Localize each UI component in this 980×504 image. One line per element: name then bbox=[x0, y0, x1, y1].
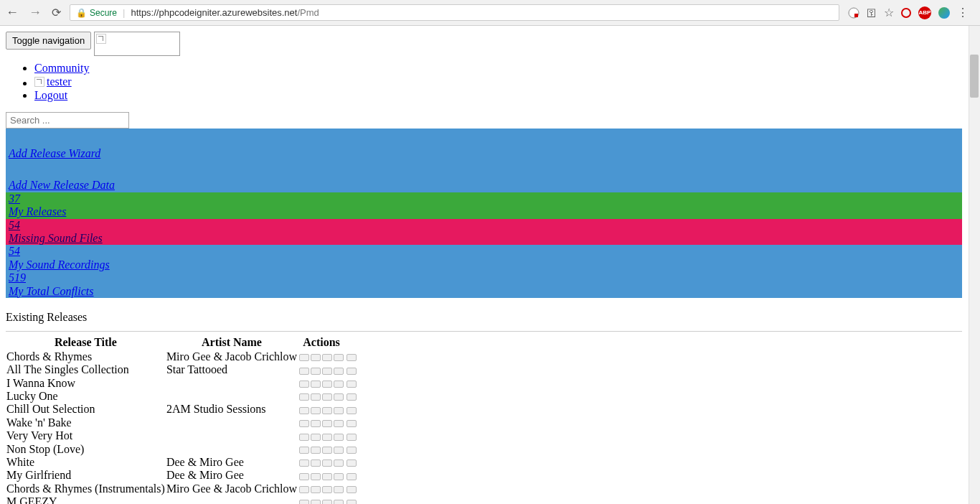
action-button-3[interactable] bbox=[334, 381, 344, 388]
browser-toolbar: ← → ⟳ 🔒 Secure | https://phpcodeigniter.… bbox=[0, 0, 980, 26]
cell-artist-name bbox=[166, 443, 298, 456]
action-button-0[interactable] bbox=[299, 368, 309, 375]
table-row: Lucky One bbox=[6, 390, 358, 403]
action-button-3[interactable] bbox=[334, 486, 344, 493]
globe-icon[interactable] bbox=[938, 7, 950, 19]
extension-icon-1[interactable] bbox=[848, 7, 859, 19]
back-button[interactable]: ← bbox=[6, 5, 19, 20]
action-button-extra[interactable] bbox=[347, 407, 357, 414]
action-button-extra[interactable] bbox=[347, 368, 357, 375]
action-button-3[interactable] bbox=[334, 447, 344, 454]
cell-artist-name bbox=[166, 429, 298, 442]
action-button-extra[interactable] bbox=[347, 434, 357, 441]
action-button-3[interactable] bbox=[334, 459, 344, 467]
action-button-1[interactable] bbox=[311, 393, 321, 401]
stat-label-link[interactable]: Missing Sound Files bbox=[9, 232, 959, 245]
action-button-0[interactable] bbox=[299, 447, 309, 454]
action-button-1[interactable] bbox=[311, 368, 321, 375]
forward-button[interactable]: → bbox=[29, 5, 42, 20]
action-button-2[interactable] bbox=[322, 368, 332, 375]
cell-artist-name: Star Tattooed bbox=[166, 363, 298, 376]
logout-link[interactable]: Logout bbox=[34, 89, 67, 101]
action-button-2[interactable] bbox=[322, 420, 332, 427]
action-button-0[interactable] bbox=[299, 486, 309, 493]
broken-image-icon bbox=[96, 34, 106, 44]
action-button-2[interactable] bbox=[322, 393, 332, 401]
stat-count-link[interactable]: 54 bbox=[9, 245, 959, 258]
community-link[interactable]: Community bbox=[34, 62, 89, 74]
action-button-2[interactable] bbox=[322, 447, 332, 454]
opera-icon[interactable] bbox=[901, 8, 911, 18]
stat-label-link[interactable]: My Total Conflicts bbox=[9, 285, 959, 298]
action-button-extra[interactable] bbox=[347, 420, 357, 427]
action-button-extra[interactable] bbox=[347, 354, 357, 361]
action-button-1[interactable] bbox=[311, 434, 321, 441]
action-button-2[interactable] bbox=[322, 407, 332, 414]
cell-release-title: White bbox=[6, 456, 166, 469]
action-button-1[interactable] bbox=[311, 381, 321, 388]
stat-label-link[interactable]: Add Release Wizard bbox=[9, 147, 959, 160]
action-button-3[interactable] bbox=[334, 407, 344, 414]
action-button-extra[interactable] bbox=[347, 486, 357, 493]
action-button-extra[interactable] bbox=[347, 459, 357, 467]
action-button-1[interactable] bbox=[311, 486, 321, 493]
menu-dots-icon[interactable]: ⋮ bbox=[957, 6, 969, 19]
action-button-extra[interactable] bbox=[347, 381, 357, 388]
col-artist-name: Artist Name bbox=[166, 336, 298, 350]
action-button-3[interactable] bbox=[334, 354, 344, 361]
action-button-0[interactable] bbox=[299, 473, 309, 480]
action-button-extra[interactable] bbox=[347, 500, 357, 504]
action-button-1[interactable] bbox=[311, 500, 321, 504]
action-button-0[interactable] bbox=[299, 381, 309, 388]
scrollbar-thumb[interactable] bbox=[970, 55, 979, 98]
key-icon[interactable]: ⚿ bbox=[867, 7, 877, 19]
toggle-navigation-button[interactable]: Toggle navigation bbox=[6, 32, 91, 50]
action-button-1[interactable] bbox=[311, 420, 321, 427]
reload-button[interactable]: ⟳ bbox=[52, 6, 61, 19]
stat-label-link[interactable]: Add New Release Data bbox=[9, 179, 959, 192]
action-button-2[interactable] bbox=[322, 381, 332, 388]
cell-release-title: My Girlfriend bbox=[6, 469, 166, 482]
scrollbar-track[interactable] bbox=[969, 26, 980, 504]
action-button-1[interactable] bbox=[311, 447, 321, 454]
action-button-2[interactable] bbox=[322, 354, 332, 361]
action-button-0[interactable] bbox=[299, 434, 309, 441]
tester-link[interactable]: tester bbox=[47, 75, 72, 88]
action-button-1[interactable] bbox=[311, 459, 321, 467]
action-button-3[interactable] bbox=[334, 393, 344, 401]
action-button-3[interactable] bbox=[334, 368, 344, 375]
stat-count-link[interactable]: 37 bbox=[9, 192, 959, 205]
stat-block-4: 54My Sound Recordings bbox=[6, 245, 962, 271]
action-button-0[interactable] bbox=[299, 459, 309, 467]
action-button-0[interactable] bbox=[299, 420, 309, 427]
bookmark-star-icon[interactable]: ☆ bbox=[884, 6, 894, 19]
action-button-3[interactable] bbox=[334, 434, 344, 441]
stat-count-link[interactable]: 519 bbox=[9, 271, 959, 284]
action-button-1[interactable] bbox=[311, 407, 321, 414]
stat-label-link[interactable]: My Sound Recordings bbox=[9, 258, 959, 271]
abp-icon[interactable]: ABP bbox=[918, 6, 931, 19]
action-button-extra[interactable] bbox=[347, 393, 357, 401]
stat-label-link[interactable]: My Releases bbox=[9, 205, 959, 218]
action-button-2[interactable] bbox=[322, 459, 332, 467]
action-button-1[interactable] bbox=[311, 473, 321, 480]
action-button-0[interactable] bbox=[299, 354, 309, 361]
action-button-0[interactable] bbox=[299, 500, 309, 504]
action-button-2[interactable] bbox=[322, 473, 332, 480]
action-button-0[interactable] bbox=[299, 407, 309, 414]
action-button-1[interactable] bbox=[311, 354, 321, 361]
stat-count-link[interactable]: 54 bbox=[9, 219, 959, 232]
action-button-3[interactable] bbox=[334, 473, 344, 480]
action-button-2[interactable] bbox=[322, 500, 332, 504]
nav-item-tester: tester bbox=[34, 75, 962, 88]
action-button-2[interactable] bbox=[322, 486, 332, 493]
stat-block-5: 519My Total Conflicts bbox=[6, 271, 962, 298]
action-button-3[interactable] bbox=[334, 420, 344, 427]
action-button-extra[interactable] bbox=[347, 473, 357, 480]
action-button-extra[interactable] bbox=[347, 447, 357, 454]
address-bar[interactable]: 🔒 Secure | https://phpcodeigniter.azurew… bbox=[70, 4, 839, 21]
search-input[interactable] bbox=[6, 112, 129, 129]
action-button-3[interactable] bbox=[334, 500, 344, 504]
action-button-0[interactable] bbox=[299, 393, 309, 401]
action-button-2[interactable] bbox=[322, 434, 332, 441]
